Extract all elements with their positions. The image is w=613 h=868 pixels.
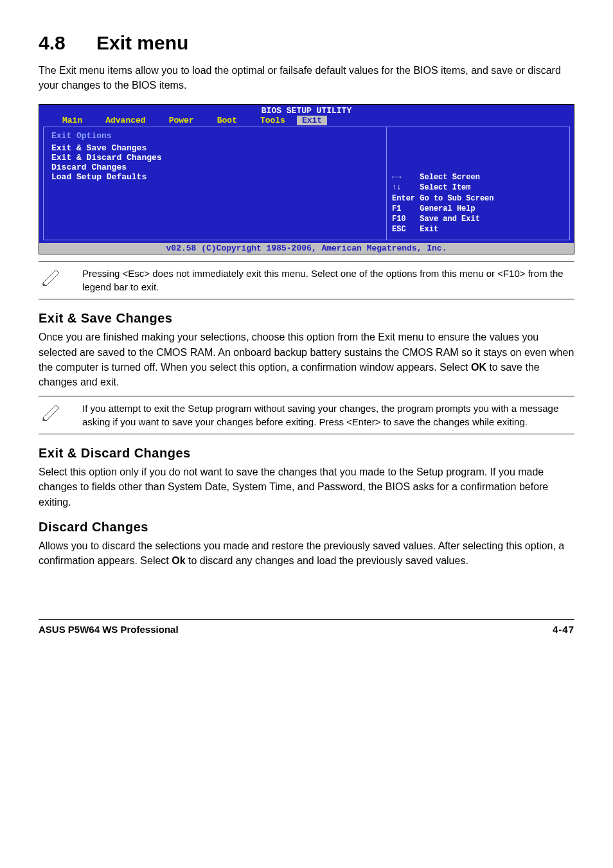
bios-right-panel: ←→ Select Screen ↑↓ Select Item Enter Go… — [387, 127, 569, 240]
pencil-icon — [41, 268, 63, 286]
footer-page-number: 4-47 — [553, 624, 574, 635]
note-text: If you attempt to exit the Setup program… — [82, 402, 572, 429]
para-exit-save: Once you are finished making your select… — [39, 330, 574, 389]
bios-menu-main: Main — [51, 116, 94, 125]
bios-menu-bar: Main Advanced Power Boot Tools Exit — [39, 116, 574, 127]
bios-menu-tools: Tools — [249, 116, 297, 125]
note-block: If you attempt to exit the Setup program… — [39, 396, 574, 434]
heading-discard: Discard Changes — [39, 520, 574, 535]
bios-item: Exit & Discard Changes — [51, 153, 378, 163]
note-text: Pressing <Esc> does not immediately exit… — [82, 267, 572, 294]
bios-footer: v02.58 (C)Copyright 1985-2006, American … — [39, 243, 574, 254]
legend-row: Enter Go to Sub Screen — [392, 193, 564, 204]
bios-screenshot: BIOS SETUP UTILITY Main Advanced Power B… — [39, 104, 574, 254]
section-title: Exit menu — [96, 32, 188, 53]
heading-exit-discard: Exit & Discard Changes — [39, 446, 574, 461]
section-heading: 4.8Exit menu — [39, 32, 574, 54]
note-block: Pressing <Esc> does not immediately exit… — [39, 261, 574, 299]
heading-exit-save: Exit & Save Changes — [39, 311, 574, 326]
legend-row: ESC Exit — [392, 224, 564, 235]
bios-menu-boot: Boot — [206, 116, 249, 125]
intro-text: The Exit menu items allow you to load th… — [39, 63, 574, 93]
legend-row: ↑↓ Select Item — [392, 182, 564, 193]
page-footer: ASUS P5W64 WS Professional 4-47 — [39, 619, 574, 635]
bios-left-panel: Exit Options Exit & Save Changes Exit & … — [44, 127, 387, 240]
para-exit-discard: Select this option only if you do not wa… — [39, 465, 574, 509]
section-number: 4.8 — [39, 32, 96, 54]
para-discard: Allows you to discard the selections you… — [39, 538, 574, 568]
bios-left-heading: Exit Options — [51, 131, 378, 141]
bios-title: BIOS SETUP UTILITY — [39, 105, 574, 116]
bios-legend: ←→ Select Screen ↑↓ Select Item Enter Go… — [392, 172, 564, 235]
bios-menu-exit: Exit — [297, 116, 327, 125]
legend-row: F10 Save and Exit — [392, 214, 564, 224]
legend-row: F1 General Help — [392, 204, 564, 214]
footer-product: ASUS P5W64 WS Professional — [39, 624, 179, 635]
bios-menu-advanced: Advanced — [94, 116, 157, 125]
bios-menu-power: Power — [157, 116, 206, 125]
bios-item: Load Setup Defaults — [51, 172, 378, 182]
bios-body: Exit Options Exit & Save Changes Exit & … — [43, 127, 570, 240]
pencil-icon — [41, 403, 63, 421]
bios-item: Exit & Save Changes — [51, 143, 378, 153]
legend-row: ←→ Select Screen — [392, 172, 564, 182]
bios-item: Discard Changes — [51, 163, 378, 172]
